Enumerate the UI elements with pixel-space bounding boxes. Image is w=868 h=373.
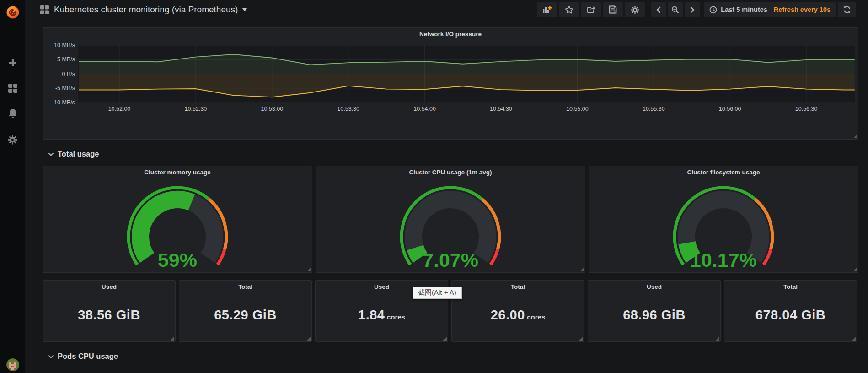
screenshot-tooltip: 截图(Alt + A) [413, 287, 462, 299]
dashboard-title-area: Kubernetes cluster monitoring (via Prome… [25, 5, 247, 15]
zoom-out-button[interactable] [668, 2, 683, 17]
filesystem-total-panel: Total 678.04 GiB [724, 280, 857, 342]
stat-value: 1.84 [358, 307, 385, 322]
time-shift-forward-button[interactable] [685, 2, 700, 17]
sidebar-create-button[interactable] [0, 51, 25, 74]
section-total-usage[interactable]: Total usage [48, 150, 858, 158]
alerting-bell-icon [8, 108, 18, 119]
stat-unit: cores [387, 313, 405, 320]
add-panel-icon [542, 5, 552, 14]
panel-resize-handle[interactable] [307, 267, 311, 271]
avatar-image [6, 358, 19, 371]
panel-resize-handle[interactable] [853, 134, 857, 138]
svg-text:10.17%: 10.17% [690, 249, 757, 271]
chevron-right-icon [690, 6, 695, 13]
cluster-cpu-gauge-panel: Cluster CPU usage (1m avg) 7.07% [316, 166, 585, 273]
dashboard-title[interactable]: Kubernetes cluster monitoring (via Prome… [54, 5, 238, 15]
svg-text:10:56:30: 10:56:30 [795, 106, 818, 112]
filesystem-used-panel: Used 68.96 GiB [588, 280, 721, 342]
star-button[interactable] [559, 2, 579, 17]
add-panel-button[interactable] [537, 2, 557, 17]
section-pods-cpu-usage-title: Pods CPU usage [58, 352, 118, 361]
svg-text:10 MB/s: 10 MB/s [54, 42, 75, 49]
grafana-logo-icon [5, 4, 21, 20]
navbar: Kubernetes cluster monitoring (via Prome… [25, 0, 868, 19]
svg-text:59%: 59% [158, 249, 197, 271]
stat-value: 38.56 GiB [78, 307, 140, 322]
stat-value: 678.04 GiB [755, 307, 825, 322]
refresh-interval-label: Refresh every 10s [774, 6, 830, 13]
svg-text:7.07%: 7.07% [423, 249, 478, 271]
stat-panel-title[interactable]: Total [452, 283, 584, 290]
stat-unit: cores [527, 313, 545, 320]
gauges-row: Cluster memory usage 59% Cluster CPU usa… [43, 165, 858, 273]
panel-resize-handle[interactable] [579, 336, 583, 341]
filesystem-gauge: 10.17% [589, 179, 858, 272]
network-io-panel-title[interactable]: Network I/O pressure [43, 31, 858, 38]
panel-resize-handle[interactable] [853, 267, 857, 271]
svg-text:10:53:00: 10:53:00 [261, 106, 283, 112]
plus-icon [8, 58, 18, 68]
dashboard-content: Network I/O pressure 10 MB/s5 MB/s0 B/s-… [25, 19, 868, 373]
svg-text:10:54:30: 10:54:30 [490, 106, 512, 112]
gauge-panel-title[interactable]: Cluster filesystem usage [589, 169, 858, 176]
dashboards-grid-icon [8, 83, 18, 93]
stat-panel-title[interactable]: Total [179, 283, 311, 290]
save-button[interactable] [603, 2, 623, 17]
panel-resize-handle[interactable] [170, 336, 174, 341]
stat-panel-title[interactable]: Total [724, 283, 857, 290]
time-range-picker[interactable]: Last 5 minutes Refresh every 10s [704, 2, 836, 17]
refresh-button[interactable] [838, 2, 856, 17]
sidebar [0, 0, 25, 373]
network-io-chart[interactable]: 10 MB/s5 MB/s0 B/s-5 MB/s-10 MB/s10:52:0… [43, 28, 858, 139]
chevron-down-icon [48, 152, 54, 156]
stat-value: 68.96 GiB [623, 307, 686, 322]
network-io-panel: Network I/O pressure 10 MB/s5 MB/s0 B/s-… [43, 27, 858, 140]
time-range-label: Last 5 minutes [721, 6, 767, 13]
panel-resize-handle[interactable] [443, 336, 447, 341]
panel-resize-handle[interactable] [852, 336, 856, 341]
chevron-down-icon [48, 355, 54, 358]
cluster-memory-gauge-panel: Cluster memory usage 59% [43, 166, 312, 273]
gauge-panel-title[interactable]: Cluster CPU usage (1m avg) [316, 169, 585, 176]
caret-down-icon[interactable] [242, 8, 247, 11]
panel-resize-handle[interactable] [306, 336, 311, 341]
stat-panel-title[interactable]: Used [588, 283, 720, 290]
share-button[interactable] [581, 2, 601, 17]
sidebar-alerting-button[interactable] [0, 103, 25, 125]
memory-used-panel: Used 38.56 GiB [43, 280, 176, 342]
section-total-usage-title: Total usage [58, 150, 99, 158]
sidebar-dashboards-button[interactable] [0, 77, 25, 100]
chevron-left-icon [656, 6, 661, 13]
section-pods-cpu-usage[interactable]: Pods CPU usage [48, 352, 858, 361]
memory-total-panel: Total 65.29 GiB [179, 280, 312, 342]
grafana-dashboard: Kubernetes cluster monitoring (via Prome… [0, 0, 868, 373]
svg-text:-10 MB/s: -10 MB/s [52, 99, 75, 106]
configuration-gear-icon [7, 135, 18, 145]
save-icon [609, 5, 617, 14]
svg-text:10:56:00: 10:56:00 [719, 106, 741, 112]
svg-text:10:52:00: 10:52:00 [108, 106, 131, 112]
dashboard-grid-icon[interactable] [40, 5, 49, 15]
navbar-toolbar: Last 5 minutes Refresh every 10s [535, 2, 868, 17]
panel-resize-handle[interactable] [580, 267, 584, 271]
grafana-logo[interactable] [0, 0, 25, 24]
sidebar-configuration-button[interactable] [0, 128, 25, 151]
memory-gauge: 59% [43, 179, 312, 272]
user-avatar[interactable] [6, 358, 19, 371]
stat-panel-title[interactable]: Used [43, 283, 175, 290]
zoom-out-icon [671, 6, 679, 14]
refresh-icon [843, 5, 851, 14]
svg-text:0 B/s: 0 B/s [62, 71, 75, 77]
svg-text:10:52:30: 10:52:30 [185, 106, 207, 112]
settings-gear-icon [631, 5, 639, 14]
stat-value: 65.29 GiB [214, 307, 277, 322]
time-shift-back-button[interactable] [651, 2, 666, 17]
stat-value: 26.00 [491, 307, 525, 322]
cluster-filesystem-gauge-panel: Cluster filesystem usage 10.17% [589, 166, 858, 273]
svg-text:-5 MB/s: -5 MB/s [55, 85, 75, 92]
panel-resize-handle[interactable] [715, 336, 719, 341]
svg-text:10:55:00: 10:55:00 [566, 106, 589, 112]
dashboard-settings-button[interactable] [625, 2, 645, 17]
gauge-panel-title[interactable]: Cluster memory usage [43, 169, 312, 176]
